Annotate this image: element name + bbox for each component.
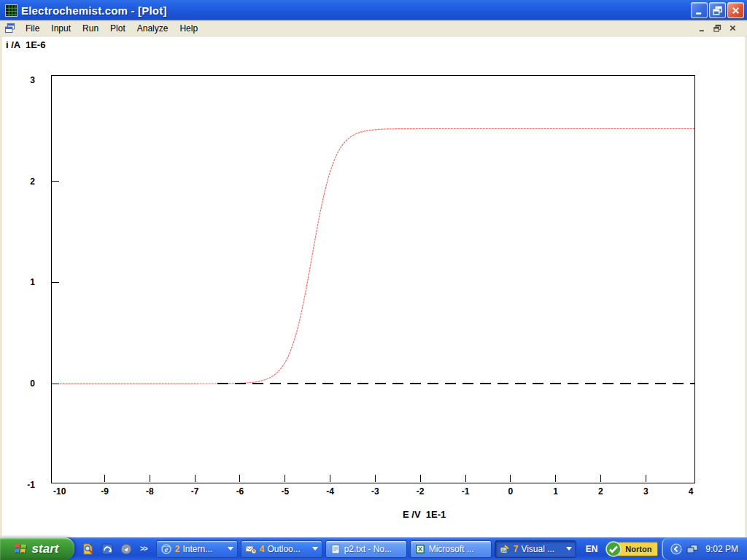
internet-explorer-icon: e [160, 543, 172, 555]
taskbar: start [0, 537, 747, 560]
x-tick-label: -7 [191, 486, 199, 497]
task-button-visual-studio[interactable]: 7Visual ... [495, 540, 576, 558]
x-tick-label: -6 [236, 486, 244, 497]
mdi-close-button[interactable] [727, 23, 738, 33]
x-tick-label: 2 [598, 486, 603, 497]
x-tick-label: -8 [146, 486, 154, 497]
group-dropdown-caret[interactable] [566, 547, 572, 551]
x-tick-label: 4 [689, 486, 694, 497]
close-button[interactable] [727, 2, 744, 18]
y-tick-label: 0 [30, 378, 35, 389]
clock[interactable]: 9:02 PM [703, 544, 738, 554]
menu-bar: File Input Run Plot Analyze Help [0, 20, 747, 36]
network-monitors-icon[interactable] [686, 543, 698, 555]
menu-plot[interactable]: Plot [104, 21, 131, 36]
quick-launch-overflow-chevron[interactable]: >> [139, 545, 147, 553]
norton-check-icon [605, 541, 622, 557]
excel-icon: X [414, 543, 426, 555]
task-button-label: Visual ... [521, 544, 561, 554]
x-tick-label: -9 [101, 486, 109, 497]
task-button-label: Intern... [182, 544, 222, 554]
task-button-outlook[interactable]: 4Outloo... [241, 540, 322, 558]
menu-file[interactable]: File [20, 21, 45, 36]
x-axis-title: E /V 1E-1 [403, 509, 446, 520]
search-document-icon[interactable] [82, 542, 95, 556]
x-tick-label: -5 [281, 486, 289, 497]
x-tick-label: -10 [53, 486, 66, 497]
x-tick-label: -4 [326, 486, 334, 497]
y-tick-label: 3 [30, 75, 35, 85]
plot-client-area: i /A 1E-6 -10-9-8-7-6-5-4-3-2-101234-101… [0, 36, 747, 537]
svg-text:X: X [418, 545, 422, 553]
system-tray: 9:02 PM [662, 537, 747, 560]
mdi-child-icon[interactable] [4, 23, 15, 34]
notepad-icon [330, 543, 341, 555]
voltammogram-curve [60, 129, 694, 384]
visual-studio-icon [499, 543, 511, 555]
task-button-internet-explorer[interactable]: e2Intern... [156, 540, 238, 558]
window-group-count: 7 [514, 544, 519, 554]
language-indicator[interactable]: EN [579, 544, 605, 554]
minimize-button[interactable] [691, 2, 708, 18]
windows-flag-icon [13, 541, 28, 556]
y-tick-label: 2 [30, 176, 35, 187]
window-title: Electrochemist.com - [Plot] [21, 4, 167, 17]
group-dropdown-caret[interactable] [312, 547, 318, 551]
hide-icons-chevron[interactable] [670, 543, 682, 555]
messenger-icon[interactable] [101, 542, 114, 556]
media-player-icon[interactable] [120, 542, 133, 556]
window-group-count: 2 [175, 544, 180, 554]
menu-analyze[interactable]: Analyze [131, 21, 174, 36]
mdi-restore-button[interactable] [712, 23, 723, 33]
task-button-excel[interactable]: XMicrosoft ... [410, 540, 492, 558]
task-button-area: e2Intern...4Outloo...p2.txt - No...XMicr… [153, 540, 576, 558]
title-bar: Electrochemist.com - [Plot] [0, 0, 747, 20]
menu-help[interactable]: Help [174, 21, 204, 36]
mdi-minimize-button[interactable] [697, 23, 708, 33]
x-tick-label: 3 [643, 486, 649, 497]
restore-button[interactable] [709, 2, 726, 18]
voltammogram-chart: -10-9-8-7-6-5-4-3-2-101234-10123 [0, 36, 747, 537]
x-tick-label: -2 [417, 486, 425, 497]
norton-antivirus-badge[interactable]: Norton [605, 541, 658, 557]
quick-launch-bar: >> [74, 542, 153, 556]
y-tick-label: -1 [27, 480, 35, 490]
outlook-icon [245, 543, 257, 555]
menu-run[interactable]: Run [77, 21, 104, 36]
start-button[interactable]: start [0, 537, 74, 560]
norton-label: Norton [625, 545, 651, 553]
app-icon[interactable] [5, 4, 18, 17]
x-tick-label: -1 [462, 486, 470, 497]
task-button-label: Microsoft ... [429, 544, 487, 554]
menu-input[interactable]: Input [45, 21, 77, 36]
task-button-label: Outloo... [267, 544, 307, 554]
desktop-screen: Electrochemist.com - [Plot] [0, 0, 747, 560]
y-tick-label: 1 [30, 277, 35, 287]
task-button-notepad[interactable]: p2.txt - No... [325, 540, 407, 558]
x-tick-label: 0 [508, 486, 513, 497]
window-group-count: 4 [260, 544, 265, 554]
task-button-label: p2.txt - No... [344, 544, 403, 554]
x-tick-label: 1 [553, 486, 558, 497]
x-tick-label: -3 [371, 486, 379, 497]
start-label: start [32, 542, 62, 556]
group-dropdown-caret[interactable] [228, 547, 233, 551]
